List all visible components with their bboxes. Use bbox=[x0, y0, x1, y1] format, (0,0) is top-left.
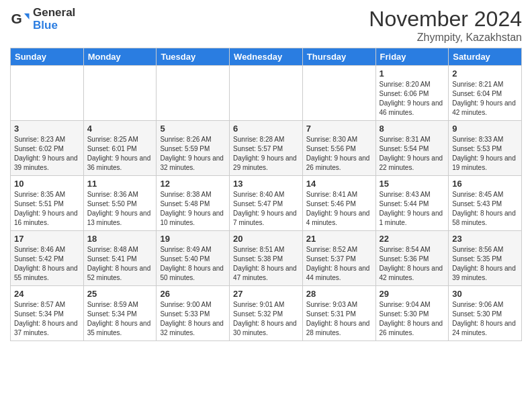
header-friday: Friday bbox=[375, 48, 449, 66]
day-info-1-0: Sunrise: 8:23 AM Sunset: 6:02 PM Dayligh… bbox=[14, 135, 80, 173]
page-container: G General Blue November 2024 Zhympity, K… bbox=[0, 0, 532, 345]
day-cell-4-3: 27Sunrise: 9:01 AM Sunset: 5:32 PM Dayli… bbox=[230, 286, 303, 341]
week-row-4: 24Sunrise: 8:57 AM Sunset: 5:34 PM Dayli… bbox=[11, 286, 522, 341]
day-cell-4-0: 24Sunrise: 8:57 AM Sunset: 5:34 PM Dayli… bbox=[11, 286, 84, 341]
week-row-3: 17Sunrise: 8:46 AM Sunset: 5:42 PM Dayli… bbox=[11, 231, 522, 286]
day-cell-2-4: 14Sunrise: 8:41 AM Sunset: 5:46 PM Dayli… bbox=[302, 176, 375, 231]
day-cell-3-0: 17Sunrise: 8:46 AM Sunset: 5:42 PM Dayli… bbox=[11, 231, 84, 286]
day-cell-4-2: 26Sunrise: 9:00 AM Sunset: 5:33 PM Dayli… bbox=[157, 286, 230, 341]
day-info-2-5: Sunrise: 8:43 AM Sunset: 5:44 PM Dayligh… bbox=[380, 190, 445, 228]
day-number-2-4: 14 bbox=[306, 179, 372, 189]
day-info-1-2: Sunrise: 8:26 AM Sunset: 5:59 PM Dayligh… bbox=[160, 135, 226, 173]
day-cell-1-0: 3Sunrise: 8:23 AM Sunset: 6:02 PM Daylig… bbox=[11, 121, 84, 176]
day-number-1-6: 9 bbox=[452, 124, 518, 134]
logo-text: General Blue bbox=[33, 7, 75, 32]
day-number-1-0: 3 bbox=[14, 124, 80, 134]
day-cell-1-1: 4Sunrise: 8:25 AM Sunset: 6:01 PM Daylig… bbox=[83, 121, 157, 176]
day-info-4-1: Sunrise: 8:59 AM Sunset: 5:34 PM Dayligh… bbox=[87, 300, 153, 338]
day-number-3-1: 18 bbox=[87, 234, 153, 244]
day-info-3-1: Sunrise: 8:48 AM Sunset: 5:41 PM Dayligh… bbox=[87, 245, 153, 283]
day-cell-3-4: 21Sunrise: 8:52 AM Sunset: 5:37 PM Dayli… bbox=[302, 231, 375, 286]
day-cell-1-4: 7Sunrise: 8:30 AM Sunset: 5:56 PM Daylig… bbox=[302, 121, 375, 176]
logo: G General Blue bbox=[10, 7, 75, 32]
title-block: November 2024 Zhympity, Kazakhstan bbox=[369, 7, 522, 44]
day-number-2-2: 12 bbox=[160, 179, 226, 189]
day-info-4-3: Sunrise: 9:01 AM Sunset: 5:32 PM Dayligh… bbox=[233, 300, 299, 338]
header: G General Blue November 2024 Zhympity, K… bbox=[10, 7, 522, 44]
day-cell-3-1: 18Sunrise: 8:48 AM Sunset: 5:41 PM Dayli… bbox=[83, 231, 157, 286]
week-row-0: 1Sunrise: 8:20 AM Sunset: 6:06 PM Daylig… bbox=[11, 66, 522, 121]
day-info-1-3: Sunrise: 8:28 AM Sunset: 5:57 PM Dayligh… bbox=[233, 135, 299, 173]
day-cell-3-5: 22Sunrise: 8:54 AM Sunset: 5:36 PM Dayli… bbox=[375, 231, 449, 286]
day-info-3-3: Sunrise: 8:51 AM Sunset: 5:38 PM Dayligh… bbox=[233, 245, 299, 283]
day-number-4-1: 25 bbox=[87, 289, 153, 299]
day-number-3-2: 19 bbox=[160, 234, 226, 244]
day-cell-0-0 bbox=[11, 66, 84, 121]
day-info-4-4: Sunrise: 9:03 AM Sunset: 5:31 PM Dayligh… bbox=[306, 300, 372, 338]
day-cell-2-1: 11Sunrise: 8:36 AM Sunset: 5:50 PM Dayli… bbox=[83, 176, 157, 231]
svg-text:G: G bbox=[11, 11, 22, 26]
day-info-1-5: Sunrise: 8:31 AM Sunset: 5:54 PM Dayligh… bbox=[380, 135, 445, 173]
day-number-3-3: 20 bbox=[233, 234, 299, 244]
day-number-1-1: 4 bbox=[87, 124, 153, 134]
day-info-3-2: Sunrise: 8:49 AM Sunset: 5:40 PM Dayligh… bbox=[160, 245, 226, 283]
day-number-4-5: 29 bbox=[380, 289, 445, 299]
day-cell-1-5: 8Sunrise: 8:31 AM Sunset: 5:54 PM Daylig… bbox=[375, 121, 449, 176]
day-info-2-3: Sunrise: 8:40 AM Sunset: 5:47 PM Dayligh… bbox=[233, 190, 299, 228]
day-cell-3-2: 19Sunrise: 8:49 AM Sunset: 5:40 PM Dayli… bbox=[157, 231, 230, 286]
day-cell-1-6: 9Sunrise: 8:33 AM Sunset: 5:53 PM Daylig… bbox=[449, 121, 522, 176]
day-cell-0-2 bbox=[157, 66, 230, 121]
day-cell-4-1: 25Sunrise: 8:59 AM Sunset: 5:34 PM Dayli… bbox=[83, 286, 157, 341]
header-wednesday: Wednesday bbox=[230, 48, 303, 66]
week-row-2: 10Sunrise: 8:35 AM Sunset: 5:51 PM Dayli… bbox=[11, 176, 522, 231]
day-info-2-4: Sunrise: 8:41 AM Sunset: 5:46 PM Dayligh… bbox=[306, 190, 372, 228]
day-number-3-4: 21 bbox=[306, 234, 372, 244]
header-saturday: Saturday bbox=[449, 48, 522, 66]
day-number-4-4: 28 bbox=[306, 289, 372, 299]
day-info-4-0: Sunrise: 8:57 AM Sunset: 5:34 PM Dayligh… bbox=[14, 300, 80, 338]
day-number-3-0: 17 bbox=[14, 234, 80, 244]
day-info-3-4: Sunrise: 8:52 AM Sunset: 5:37 PM Dayligh… bbox=[306, 245, 372, 283]
day-info-2-2: Sunrise: 8:38 AM Sunset: 5:48 PM Dayligh… bbox=[160, 190, 226, 228]
svg-marker-1 bbox=[24, 13, 30, 19]
day-cell-0-4 bbox=[302, 66, 375, 121]
day-number-0-5: 1 bbox=[380, 68, 445, 79]
day-cell-4-4: 28Sunrise: 9:03 AM Sunset: 5:31 PM Dayli… bbox=[302, 286, 375, 341]
day-cell-2-0: 10Sunrise: 8:35 AM Sunset: 5:51 PM Dayli… bbox=[11, 176, 84, 231]
day-cell-2-6: 16Sunrise: 8:45 AM Sunset: 5:43 PM Dayli… bbox=[449, 176, 522, 231]
day-info-3-0: Sunrise: 8:46 AM Sunset: 5:42 PM Dayligh… bbox=[14, 245, 80, 283]
day-info-1-6: Sunrise: 8:33 AM Sunset: 5:53 PM Dayligh… bbox=[452, 135, 518, 173]
week-row-1: 3Sunrise: 8:23 AM Sunset: 6:02 PM Daylig… bbox=[11, 121, 522, 176]
logo-general: General bbox=[33, 7, 75, 19]
header-sunday: Sunday bbox=[11, 48, 84, 66]
logo-blue: Blue bbox=[33, 19, 75, 32]
day-info-2-1: Sunrise: 8:36 AM Sunset: 5:50 PM Dayligh… bbox=[87, 190, 153, 228]
day-number-2-0: 10 bbox=[14, 179, 80, 189]
day-number-1-4: 7 bbox=[306, 124, 372, 134]
day-info-0-5: Sunrise: 8:20 AM Sunset: 6:06 PM Dayligh… bbox=[380, 80, 445, 118]
day-info-3-5: Sunrise: 8:54 AM Sunset: 5:36 PM Dayligh… bbox=[380, 245, 445, 283]
day-cell-0-3 bbox=[230, 66, 303, 121]
day-number-0-6: 2 bbox=[452, 68, 518, 79]
day-number-2-6: 16 bbox=[452, 179, 518, 189]
day-info-4-2: Sunrise: 9:00 AM Sunset: 5:33 PM Dayligh… bbox=[160, 300, 226, 338]
day-number-4-6: 30 bbox=[452, 289, 518, 299]
day-info-1-4: Sunrise: 8:30 AM Sunset: 5:56 PM Dayligh… bbox=[306, 135, 372, 173]
day-info-3-6: Sunrise: 8:56 AM Sunset: 5:35 PM Dayligh… bbox=[452, 245, 518, 283]
day-number-3-5: 22 bbox=[380, 234, 445, 244]
day-info-2-6: Sunrise: 8:45 AM Sunset: 5:43 PM Dayligh… bbox=[452, 190, 518, 228]
day-number-1-3: 6 bbox=[233, 124, 299, 134]
day-number-1-2: 5 bbox=[160, 124, 226, 134]
day-cell-3-6: 23Sunrise: 8:56 AM Sunset: 5:35 PM Dayli… bbox=[449, 231, 522, 286]
day-info-0-6: Sunrise: 8:21 AM Sunset: 6:04 PM Dayligh… bbox=[452, 80, 518, 118]
weekday-header-row: Sunday Monday Tuesday Wednesday Thursday… bbox=[11, 48, 522, 66]
day-number-2-5: 15 bbox=[380, 179, 445, 189]
day-number-2-1: 11 bbox=[87, 179, 153, 189]
day-cell-2-3: 13Sunrise: 8:40 AM Sunset: 5:47 PM Dayli… bbox=[230, 176, 303, 231]
day-cell-2-5: 15Sunrise: 8:43 AM Sunset: 5:44 PM Dayli… bbox=[375, 176, 449, 231]
month-title: November 2024 bbox=[369, 7, 522, 32]
header-monday: Monday bbox=[83, 48, 157, 66]
day-info-1-1: Sunrise: 8:25 AM Sunset: 6:01 PM Dayligh… bbox=[87, 135, 153, 173]
day-cell-3-3: 20Sunrise: 8:51 AM Sunset: 5:38 PM Dayli… bbox=[230, 231, 303, 286]
day-cell-4-5: 29Sunrise: 9:04 AM Sunset: 5:30 PM Dayli… bbox=[375, 286, 449, 341]
